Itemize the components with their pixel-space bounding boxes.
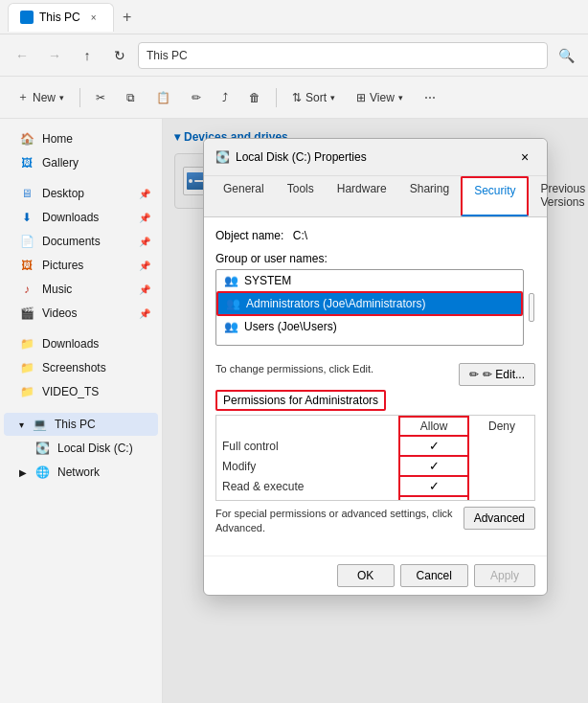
paste-icon: 📋 — [156, 91, 170, 104]
forward-button[interactable]: → — [40, 41, 69, 70]
videos-icon: 🎬 — [19, 306, 34, 321]
ok-button[interactable]: OK — [337, 564, 395, 587]
sort-label: Sort — [305, 91, 327, 104]
tab-close-button[interactable]: × — [86, 10, 102, 25]
browser-titlebar: This PC × + — [0, 0, 588, 34]
toolbar-separator-1 — [79, 88, 80, 107]
gallery-icon: 🖼 — [19, 155, 34, 170]
view-button[interactable]: ⊞ View ▾ — [347, 82, 413, 113]
perm-list-deny — [468, 496, 534, 501]
new-chevron-icon: ▾ — [59, 93, 64, 102]
dialog-title-area: 💽 Local Disk (C:) Properties — [215, 150, 367, 164]
tab-tools[interactable]: Tools — [276, 176, 326, 216]
view-label: View — [370, 91, 395, 104]
share-button[interactable]: ⤴ — [213, 82, 237, 113]
perm-row-modify: Modify ✓ — [216, 456, 534, 476]
check-icon: ✓ — [429, 439, 440, 453]
sidebar-item-downloads[interactable]: ⬇ Downloads 📌 — [4, 206, 158, 229]
toolbar-separator-2 — [276, 88, 277, 107]
tab-sharing-label: Sharing — [410, 182, 449, 195]
sidebar-videos-label: Videos — [42, 306, 77, 320]
sidebar-item-network[interactable]: ▶ 🌐 Network — [4, 461, 158, 484]
dialog-close-button[interactable]: × — [514, 147, 535, 168]
new-tab-button[interactable]: + — [114, 4, 141, 31]
desktop-icon: 🖥 — [19, 186, 34, 201]
dialog-content: Object name: C:\ Group or user names: 👥 … — [204, 217, 547, 556]
more-button[interactable]: ⋯ — [415, 82, 445, 113]
new-icon: ＋ — [17, 89, 29, 105]
up-button[interactable]: ↑ — [73, 41, 102, 70]
group-list-box[interactable]: 👥 SYSTEM 👥 Administrators (Joe\Administr… — [215, 269, 524, 346]
group-label: Group or user names: — [215, 252, 535, 265]
address-bar[interactable]: This PC — [138, 42, 548, 69]
sidebar-item-videos[interactable]: 🎬 Videos 📌 — [4, 302, 158, 325]
edit-button[interactable]: ✏ ✏ Edit... — [459, 363, 535, 386]
perm-modify-allow: ✓ — [399, 456, 468, 476]
network-icon: 🌐 — [34, 465, 50, 480]
pictures-icon: 🖼 — [19, 258, 34, 273]
sidebar-item-home[interactable]: 🏠 Home — [4, 127, 158, 150]
rename-icon: ✏ — [192, 91, 201, 104]
sort-icon: ⇅ — [292, 91, 302, 104]
dialog-disk-icon: 💽 — [215, 150, 230, 164]
sidebar-screenshots-label: Screenshots — [42, 361, 106, 374]
cut-icon: ✂ — [96, 91, 105, 104]
pin5-icon: 📌 — [139, 284, 150, 295]
group-admins[interactable]: 👥 Administrators (Joe\Administrators) — [216, 291, 523, 316]
perm-col-allow: Allow — [399, 417, 468, 436]
group-users[interactable]: 👥 Users (Joe\Users) — [216, 316, 523, 337]
sidebar-item-desktop[interactable]: 🖥 Desktop 📌 — [4, 182, 158, 205]
sidebar-this-pc-label: This PC — [55, 418, 96, 431]
search-button[interactable]: 🔍 — [552, 41, 580, 70]
cut-button[interactable]: ✂ — [86, 82, 115, 113]
copy-button[interactable]: ⧉ — [117, 82, 145, 113]
perm-read-execute-label: Read & execute — [216, 476, 399, 496]
check-icon: ✓ — [429, 499, 440, 501]
local-disk-icon: 💽 — [34, 441, 50, 456]
pin6-icon: 📌 — [139, 308, 150, 319]
users-icon: 👥 — [224, 320, 238, 333]
delete-button[interactable]: 🗑 — [239, 82, 270, 113]
new-button[interactable]: ＋ New ▾ — [8, 82, 74, 113]
tab-security[interactable]: Security — [461, 176, 529, 216]
back-button[interactable]: ← — [8, 41, 36, 70]
perm-col-deny: Deny — [468, 417, 534, 436]
folder3-icon: 📁 — [19, 384, 34, 399]
music-icon: ♪ — [19, 282, 34, 297]
cancel-button[interactable]: Cancel — [400, 564, 468, 587]
network-expand-icon: ▶ — [19, 467, 27, 478]
pin-icon: 📌 — [139, 189, 150, 199]
advanced-button[interactable]: Advanced — [464, 507, 535, 530]
sidebar-videots-label: VIDEO_TS — [42, 385, 99, 398]
sidebar-item-downloads2[interactable]: 📁 Downloads — [4, 332, 158, 355]
tab-security-label: Security — [474, 184, 515, 197]
group-system[interactable]: 👥 SYSTEM — [216, 270, 523, 291]
permissions-header: Permissions for Administrators — [215, 390, 386, 411]
apply-button[interactable]: Apply — [474, 564, 535, 587]
address-text: This PC — [147, 49, 188, 62]
sidebar-home-label: Home — [42, 132, 73, 146]
group-admins-label: Administrators (Joe\Administrators) — [246, 297, 425, 310]
sidebar-item-screenshots[interactable]: 📁 Screenshots — [4, 356, 158, 379]
sort-button[interactable]: ⇅ Sort ▾ — [283, 82, 345, 113]
tab-hardware[interactable]: Hardware — [326, 176, 398, 216]
tab-sharing[interactable]: Sharing — [398, 176, 461, 216]
tab-icon — [20, 11, 34, 24]
sidebar-item-this-pc[interactable]: ▾ 💻 This PC — [4, 413, 158, 436]
tab-general[interactable]: General — [212, 176, 276, 216]
permissions-scroll-area[interactable]: Allow Deny Full control ✓ — [215, 415, 535, 501]
properties-dialog: 💽 Local Disk (C:) Properties × General T… — [203, 138, 548, 596]
sidebar-item-video-ts[interactable]: 📁 VIDEO_TS — [4, 380, 158, 403]
rename-button[interactable]: ✏ — [182, 82, 211, 113]
refresh-button[interactable]: ↻ — [105, 41, 134, 70]
tab-prev-versions[interactable]: Previous Versions — [529, 176, 588, 216]
tab-title: This PC — [39, 11, 80, 24]
sidebar-item-local-disk[interactable]: 💽 Local Disk (C:) — [4, 437, 158, 460]
browser-tab[interactable]: This PC × — [8, 3, 114, 32]
sidebar-item-pictures[interactable]: 🖼 Pictures 📌 — [4, 254, 158, 277]
sidebar-downloads-label: Downloads — [42, 211, 99, 224]
paste-button[interactable]: 📋 — [147, 82, 180, 113]
sidebar-item-documents[interactable]: 📄 Documents 📌 — [4, 230, 158, 253]
sidebar-item-gallery[interactable]: 🖼 Gallery — [4, 151, 158, 174]
sidebar-item-music[interactable]: ♪ Music 📌 — [4, 278, 158, 301]
